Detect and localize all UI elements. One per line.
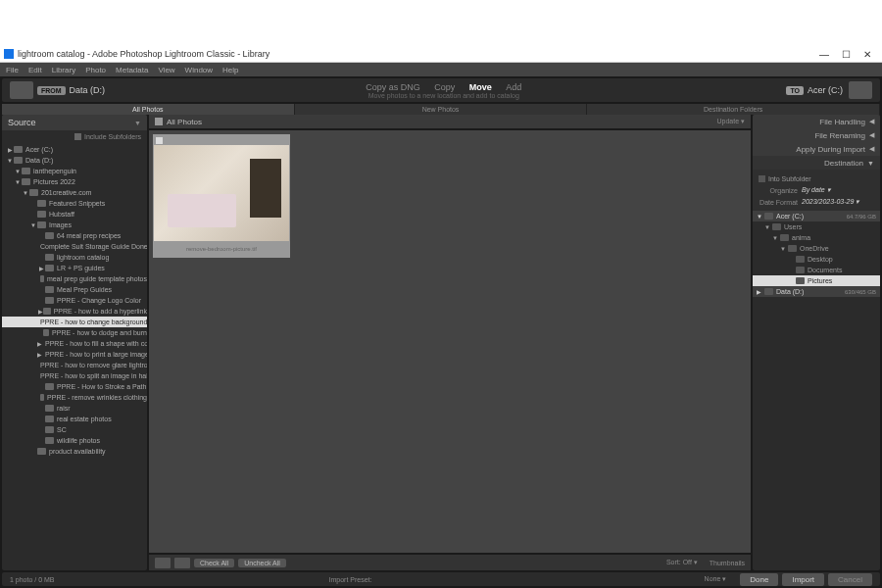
chevron-down-icon: ▼ (134, 120, 141, 126)
menu-help[interactable]: Help (222, 66, 238, 74)
hdd-to-icon[interactable] (849, 81, 872, 99)
panel-file-renaming[interactable]: File Renaming◀ (753, 128, 880, 142)
tab-new-photos[interactable]: New Photos (295, 104, 588, 115)
folder-row[interactable]: PPRE - remove wrinkles clothing (2, 392, 147, 403)
window-title: lightroom catalog - Adobe Photoshop Ligh… (18, 49, 813, 59)
panel-destination[interactable]: Destination▼ (753, 156, 880, 170)
folder-row[interactable]: 64 meal prep recipes (2, 230, 147, 241)
import-button[interactable]: Import (782, 573, 824, 586)
import-actions: Copy as DNG Copy Move Add (105, 82, 782, 92)
folder-row[interactable]: PPRE - Change Logo Color (2, 295, 147, 306)
folder-row[interactable]: ▶PPRE - how to add a hyperlink (2, 306, 147, 317)
folder-row[interactable]: ▼ianthepenguin (2, 166, 147, 176)
uncheck-all-button[interactable]: Uncheck All (238, 559, 286, 567)
chevron-left-icon: ◀ (869, 118, 874, 125)
dateformat-dropdown[interactable]: 2023/2023-03-29 ▾ (802, 198, 859, 206)
hdd-from-icon[interactable] (10, 81, 33, 99)
folder-row[interactable]: ▶Acer (C:) (2, 144, 147, 155)
folder-row[interactable]: Meal Prep Guides (2, 284, 147, 295)
folder-row[interactable]: ▼Pictures 2022 (2, 176, 147, 187)
menu-photo[interactable]: Photo (85, 66, 106, 74)
panel-file-handling[interactable]: File Handling◀ (753, 115, 880, 128)
chevron-left-icon: ◀ (869, 131, 874, 139)
folder-row[interactable]: PPRE - how to change background col… (2, 317, 147, 327)
dest-folder-row[interactable]: Pictures (753, 275, 880, 286)
check-all-button[interactable]: Check All (194, 559, 234, 567)
action-copy[interactable]: Copy (434, 82, 455, 92)
done-button[interactable]: Done (740, 573, 778, 586)
thumb-image[interactable] (154, 145, 289, 241)
folder-row[interactable]: ▼Images (2, 220, 147, 230)
folder-row[interactable]: ▶PPRE - how to fill a shape with color (2, 338, 147, 349)
minimize-button[interactable]: — (813, 49, 835, 60)
folder-row[interactable]: Hubstaff (2, 209, 147, 220)
folder-row[interactable]: PPRE - how to split an image in half (2, 370, 147, 381)
source-tree: ▶Acer (C:)▼Data (D:)▼ianthepenguin▼Pictu… (2, 142, 147, 570)
panel-apply-during-import[interactable]: Apply During Import◀ (753, 142, 880, 156)
into-subfolder-checkbox[interactable] (759, 175, 765, 182)
dest-folder-row[interactable]: ▼Acer (C:)64.7/96 GB (753, 211, 880, 221)
window-titlebar: lightroom catalog - Adobe Photoshop Ligh… (0, 46, 882, 63)
folder-row[interactable]: ▼Data (D:) (2, 155, 147, 166)
maximize-button[interactable]: ☐ (835, 49, 857, 60)
import-preset-label: Import Preset: (329, 576, 372, 583)
folder-row[interactable]: real estate photos (2, 414, 147, 424)
menubar: File Edit Library Photo Metadata View Wi… (0, 63, 882, 76)
dest-folder-row[interactable]: ▼OneDrive (753, 243, 880, 254)
destination-tree: ▼Acer (C:)64.7/96 GB▼Users▼anima▼OneDriv… (753, 211, 880, 570)
folder-row[interactable]: meal prep guide template photos (2, 273, 147, 284)
folder-row[interactable]: ▶PPRE - how to print a large image on … (2, 349, 147, 360)
from-drive[interactable]: Data (D:) (70, 85, 106, 95)
dest-folder-row[interactable]: Desktop (753, 254, 880, 265)
include-subfolders-row[interactable]: Include Subfolders (2, 130, 147, 142)
chevron-down-icon: ▼ (867, 160, 874, 167)
tab-destination-folders[interactable]: Destination Folders (587, 104, 880, 115)
thumb-checkbox[interactable] (156, 137, 163, 144)
action-copy-dng[interactable]: Copy as DNG (366, 82, 420, 92)
organize-dropdown[interactable]: By date ▾ (802, 186, 831, 194)
to-badge: TO (786, 86, 804, 95)
grid-header: All Photos Update ▾ (149, 115, 751, 128)
folder-row[interactable]: PPRE - how to remove glare lightroom (2, 360, 147, 370)
import-preset-dropdown[interactable]: None ▾ (705, 575, 727, 583)
grid-view-button[interactable] (155, 558, 171, 568)
update-dropdown[interactable]: Update ▾ (716, 118, 745, 125)
tab-all-photos[interactable]: All Photos (2, 104, 295, 115)
action-add[interactable]: Add (506, 82, 521, 92)
select-all-checkbox[interactable] (155, 118, 163, 125)
menu-library[interactable]: Library (52, 66, 75, 74)
folder-row[interactable]: raisr (2, 403, 147, 414)
cancel-button[interactable]: Cancel (828, 573, 872, 586)
dest-folder-row[interactable]: ▼anima (753, 232, 880, 243)
menu-edit[interactable]: Edit (28, 66, 42, 74)
close-button[interactable]: ✕ (857, 49, 878, 60)
folder-row[interactable]: lightroom catalog (2, 252, 147, 263)
menu-view[interactable]: View (158, 66, 174, 74)
folder-row[interactable]: product availability (2, 446, 147, 457)
dest-folder-row[interactable]: ▶Data (D:)630/465 GB (753, 286, 880, 297)
into-subfolder-row[interactable]: Into Subfolder (759, 172, 874, 184)
menu-file[interactable]: File (6, 66, 19, 74)
folder-row[interactable]: ▼201creative.com (2, 187, 147, 198)
source-heading[interactable]: Source ▼ (2, 115, 147, 130)
sort-dropdown[interactable]: Sort: Off ▾ (666, 559, 698, 566)
action-move[interactable]: Move (469, 82, 492, 92)
thumbnails-label: Thumbnails (710, 560, 745, 566)
folder-row[interactable]: Complete Suit Storage Guide Done Saf… (2, 241, 147, 252)
dest-folder-row[interactable]: ▼Users (753, 221, 880, 232)
folder-row[interactable]: PPRE - How to Stroke a Path (2, 381, 147, 392)
loupe-view-button[interactable] (174, 558, 190, 568)
folder-row[interactable]: wildlife photos (2, 435, 147, 446)
source-panel: Source ▼ Include Subfolders ▶Acer (C:)▼D… (2, 115, 147, 570)
folder-row[interactable]: ▶LR + PS guides (2, 263, 147, 273)
menu-metadata[interactable]: Metadata (116, 66, 148, 74)
folder-row[interactable]: PPRE - how to dodge and burn (2, 327, 147, 338)
folder-row[interactable]: SC (2, 424, 147, 435)
dest-folder-row[interactable]: Documents (753, 265, 880, 275)
menu-window[interactable]: Window (185, 66, 213, 74)
folder-row[interactable]: Featured Snippets (2, 198, 147, 209)
from-badge: FROM (37, 86, 66, 95)
thumbnail-item[interactable]: remove-bedroom-picture.tif (153, 134, 290, 258)
to-drive[interactable]: Acer (C:) (808, 85, 843, 95)
include-subfolders-checkbox[interactable] (74, 133, 81, 140)
